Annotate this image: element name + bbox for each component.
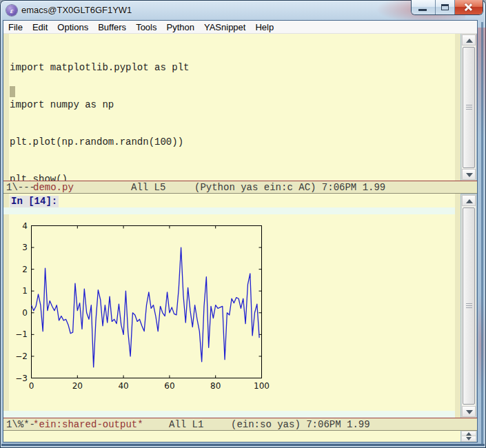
menu-yasnippet[interactable]: YASnippet xyxy=(199,21,250,34)
output-buffer-scrollbar[interactable] xyxy=(461,194,476,418)
minibuffer[interactable] xyxy=(3,431,460,442)
arrow-up-icon xyxy=(466,39,473,43)
arrow-up-icon xyxy=(466,432,472,436)
scroll-down-button[interactable] xyxy=(462,406,476,417)
maximize-button[interactable] xyxy=(436,0,455,14)
y-tick-label: −3 xyxy=(15,374,28,383)
window-title: emacs@TX0GLT6GF1YW1 xyxy=(21,5,132,15)
caption-buttons xyxy=(412,0,483,14)
modeline-buffer-name[interactable]: demo.py xyxy=(33,182,74,194)
code-buffer[interactable]: import matplotlib.pyplot as plt import n… xyxy=(3,34,460,181)
emacs-window: emacs@TX0GLT6GF1YW1 File Edit Options Bu… xyxy=(0,0,486,448)
mode-line-shared-output[interactable]: 1\%*- *ein:shared-output* All L1 (ein:so… xyxy=(3,418,477,431)
close-button[interactable] xyxy=(455,0,483,14)
modeline-buffer-name[interactable]: *ein:shared-output* xyxy=(33,419,143,431)
y-tick-label: 2 xyxy=(22,265,28,274)
arrow-down-icon xyxy=(466,173,473,177)
modeline-flags: 1\%*- xyxy=(6,419,35,431)
x-tick-label: 60 xyxy=(164,381,174,391)
scrollbar-thumb[interactable] xyxy=(463,47,475,168)
scroll-down-button[interactable] xyxy=(462,436,476,441)
window-frame-edge xyxy=(481,22,483,444)
data-series-line xyxy=(32,247,260,367)
y-tick-label: −2 xyxy=(15,352,28,361)
menu-tools[interactable]: Tools xyxy=(131,21,161,34)
menu-help[interactable]: Help xyxy=(250,21,279,34)
x-tick-label: 100 xyxy=(254,381,270,391)
scroll-up-button[interactable] xyxy=(462,195,476,206)
minimize-icon xyxy=(418,9,427,11)
modeline-flags: 1\--- xyxy=(6,182,35,194)
arrow-up-icon xyxy=(466,199,473,203)
output-padding xyxy=(3,207,455,214)
menu-edit[interactable]: Edit xyxy=(28,21,52,34)
menu-bar: File Edit Options Buffers Tools Python Y… xyxy=(3,21,477,34)
code-line[interactable]: import numpy as np xyxy=(10,99,189,111)
y-tick-label: 0 xyxy=(22,308,28,318)
line-chart: −3−2−101234020406080100 xyxy=(9,214,452,411)
code-line[interactable]: import matplotlib.pyplot as plt xyxy=(10,61,189,74)
left-fringe xyxy=(3,34,9,181)
cell-prompt: In [14]: xyxy=(10,196,59,207)
modeline-modes[interactable]: (ein:so yas) 7:06PM 1.99 xyxy=(231,419,370,431)
arrow-down-icon xyxy=(466,437,472,440)
window-frame-edge xyxy=(1,444,485,446)
text-cursor xyxy=(10,86,15,97)
x-tick-label: 80 xyxy=(210,381,221,391)
y-tick-label: 1 xyxy=(22,286,28,296)
modeline-position: All L1 xyxy=(169,419,203,431)
scroll-down-button[interactable] xyxy=(462,169,476,180)
title-bar[interactable]: emacs@TX0GLT6GF1YW1 xyxy=(0,0,486,21)
matplotlib-figure: −3−2−101234020406080100 xyxy=(9,214,452,411)
right-fringe xyxy=(455,34,460,181)
thumb-grip-icon xyxy=(466,303,472,308)
left-fringe xyxy=(3,194,9,418)
x-tick-label: 0 xyxy=(29,381,34,391)
modeline-modes[interactable]: (Python yas ein:c AC) 7:06PM 1.99 xyxy=(194,182,385,194)
thumb-grip-icon xyxy=(466,105,472,110)
scroll-up-button[interactable] xyxy=(462,431,476,436)
axes-frame xyxy=(32,226,262,378)
minibuffer-scrollbar[interactable] xyxy=(461,431,476,442)
arrow-down-icon xyxy=(466,410,473,414)
menu-python[interactable]: Python xyxy=(161,21,199,34)
menu-file[interactable]: File xyxy=(3,21,28,34)
code-line[interactable]: plt.plot(np.random.randn(100)) xyxy=(10,136,189,148)
x-tick-label: 20 xyxy=(72,381,83,391)
x-tick-label: 40 xyxy=(118,381,128,391)
minimize-button[interactable] xyxy=(412,0,436,14)
modeline-position: All L5 xyxy=(131,182,165,194)
maximize-icon xyxy=(441,4,449,10)
scroll-up-button[interactable] xyxy=(462,34,476,45)
mode-line-demo-py[interactable]: 1\--- demo.py All L5 (Python yas ein:c A… xyxy=(3,181,477,194)
menu-buffers[interactable]: Buffers xyxy=(93,21,131,34)
scrollbar-thumb[interactable] xyxy=(463,207,475,405)
code-buffer-scrollbar[interactable] xyxy=(461,34,476,181)
output-buffer[interactable]: In [14]: −3−2−101234020406080100 xyxy=(3,194,460,418)
y-tick-label: 4 xyxy=(22,221,28,231)
output-padding xyxy=(3,411,455,418)
emacs-icon xyxy=(6,5,17,16)
y-tick-label: 3 xyxy=(22,243,28,252)
right-fringe xyxy=(455,194,460,418)
y-tick-label: −1 xyxy=(15,329,28,339)
menu-options[interactable]: Options xyxy=(52,21,93,34)
